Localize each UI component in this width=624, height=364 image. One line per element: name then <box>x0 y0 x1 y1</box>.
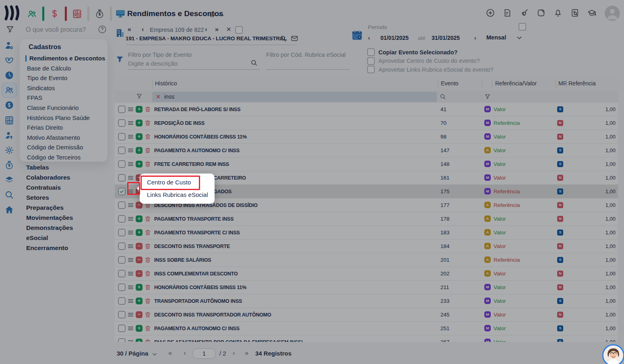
annotation-row-menu-button <box>127 182 140 195</box>
support-chat-avatar[interactable] <box>602 344 624 364</box>
context-menu-item-links-rubricas-esocial[interactable]: Links Rubricas eSocial <box>147 191 208 198</box>
dim-overlay <box>0 0 624 364</box>
annotation-centro-de-custo <box>141 176 200 190</box>
